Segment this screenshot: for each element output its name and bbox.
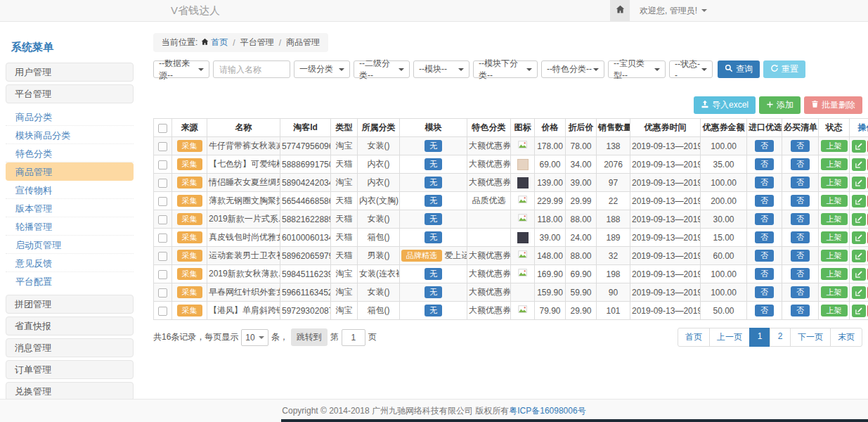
row-checkbox[interactable] bbox=[158, 252, 167, 261]
import-flag-button[interactable]: 否 bbox=[755, 158, 774, 170]
must-buy-flag-button[interactable]: 否 bbox=[791, 231, 810, 243]
row-checkbox[interactable] bbox=[158, 234, 167, 243]
import-excel-button[interactable]: 导入excel bbox=[694, 96, 756, 114]
row-checkbox[interactable] bbox=[158, 270, 167, 279]
per-page-select[interactable]: 10 bbox=[241, 329, 268, 346]
status-button[interactable]: 上架 bbox=[821, 158, 848, 170]
filter-select-level2-category[interactable]: --二级分类-- bbox=[354, 60, 410, 78]
pagination-prev-page[interactable]: 上一页 bbox=[709, 328, 750, 347]
pagination-next-page[interactable]: 下一页 bbox=[790, 328, 831, 347]
edit-button[interactable] bbox=[852, 140, 866, 153]
pagination-first-page[interactable]: 首页 bbox=[678, 328, 710, 347]
sidebar-item-splash-page-management[interactable]: 启动页管理 bbox=[6, 236, 134, 254]
cell-module: 无 bbox=[400, 192, 467, 210]
must-buy-flag-button[interactable]: 否 bbox=[791, 195, 810, 207]
filter-select-module-subcategory[interactable]: --模块下分类-- bbox=[473, 60, 538, 78]
pagination-last-page[interactable]: 末页 bbox=[830, 328, 862, 347]
must-buy-flag-button[interactable]: 否 bbox=[791, 268, 810, 280]
sidebar-item-goods-category[interactable]: 商品分类 bbox=[6, 108, 134, 126]
status-button[interactable]: 上架 bbox=[821, 286, 848, 298]
sidebar-item-feature-category[interactable]: 特色分类 bbox=[6, 144, 134, 162]
select-all-checkbox[interactable] bbox=[158, 124, 167, 133]
filter-select-value: --特色分类-- bbox=[547, 63, 592, 75]
import-flag-button[interactable]: 否 bbox=[755, 231, 774, 243]
sidebar-item-order-management[interactable]: 订单管理 bbox=[6, 360, 134, 379]
edit-button[interactable] bbox=[852, 250, 866, 262]
filter-select-level1-category[interactable]: 一级分类 bbox=[294, 60, 350, 78]
row-checkbox[interactable] bbox=[158, 288, 167, 298]
breadcrumb-item-platform[interactable]: 平台管理 bbox=[240, 37, 274, 49]
sidebar-item-message-management[interactable]: 消息管理 bbox=[6, 338, 134, 357]
must-buy-flag-button[interactable]: 否 bbox=[791, 305, 810, 316]
import-flag-button[interactable]: 否 bbox=[755, 195, 774, 207]
must-buy-flag-button[interactable]: 否 bbox=[791, 177, 810, 188]
import-flag-button[interactable]: 否 bbox=[755, 286, 774, 298]
sidebar-item-module-goods-category[interactable]: 模块商品分类 bbox=[6, 126, 134, 144]
edit-button[interactable] bbox=[852, 305, 866, 317]
add-button[interactable]: 添加 bbox=[759, 96, 801, 114]
batch-delete-button[interactable]: 批量删除 bbox=[804, 96, 862, 114]
status-button[interactable]: 上架 bbox=[821, 268, 848, 280]
import-flag-button[interactable]: 否 bbox=[755, 268, 774, 280]
search-button[interactable]: 查询 bbox=[718, 60, 760, 78]
jump-button[interactable]: 跳转到 bbox=[291, 328, 328, 346]
status-button[interactable]: 上架 bbox=[821, 231, 848, 243]
must-buy-flag-button[interactable]: 否 bbox=[791, 140, 810, 152]
row-checkbox[interactable] bbox=[158, 215, 167, 224]
status-button[interactable]: 上架 bbox=[821, 140, 848, 152]
pagination-page-1[interactable]: 1 bbox=[749, 328, 770, 347]
row-checkbox[interactable] bbox=[158, 142, 167, 151]
status-button[interactable]: 上架 bbox=[821, 177, 848, 188]
user-menu[interactable]: 欢迎您, 管理员! bbox=[630, 0, 717, 21]
row-checkbox[interactable] bbox=[158, 307, 167, 316]
sidebar-item-exchange-management[interactable]: 兑换管理 bbox=[6, 382, 134, 401]
sidebar-item-group-buy-management[interactable]: 拼团管理 bbox=[6, 295, 134, 314]
pagination-page-2[interactable]: 2 bbox=[770, 328, 791, 347]
import-flag-button[interactable]: 否 bbox=[755, 177, 774, 188]
reset-button[interactable]: 重置 bbox=[763, 60, 805, 78]
edit-button[interactable] bbox=[852, 158, 866, 171]
edit-button[interactable] bbox=[852, 213, 866, 226]
must-buy-flag-button[interactable]: 否 bbox=[791, 158, 810, 170]
sidebar-item-saving-bulletin[interactable]: 省直快报 bbox=[6, 316, 134, 335]
must-buy-flag-button[interactable]: 否 bbox=[791, 213, 810, 225]
cell-price: 139.00 bbox=[535, 174, 566, 192]
row-checkbox[interactable] bbox=[158, 197, 167, 206]
sidebar-item-version-management[interactable]: 版本管理 bbox=[6, 199, 134, 217]
breadcrumb-home-link[interactable]: 首页 bbox=[201, 37, 228, 49]
sidebar-item-platform-config[interactable]: 平台配置 bbox=[6, 272, 134, 290]
filter-input-name-search[interactable] bbox=[213, 60, 290, 78]
import-flag-button[interactable]: 否 bbox=[755, 305, 774, 316]
status-button[interactable]: 上架 bbox=[821, 305, 848, 316]
filter-select-item-type[interactable]: --宝贝类型-- bbox=[608, 60, 666, 78]
row-checkbox[interactable] bbox=[158, 160, 167, 170]
home-button[interactable] bbox=[610, 0, 630, 21]
edit-button[interactable] bbox=[852, 268, 866, 281]
status-button[interactable]: 上架 bbox=[821, 250, 848, 262]
edit-button[interactable] bbox=[852, 177, 866, 189]
status-button[interactable]: 上架 bbox=[821, 195, 848, 207]
filter-select-status[interactable]: --状态-- bbox=[669, 60, 713, 78]
sidebar-item-promo-materials[interactable]: 宣传物料 bbox=[6, 181, 134, 199]
filter-select-feature-category[interactable]: --特色分类-- bbox=[541, 60, 604, 78]
page-number-input[interactable] bbox=[342, 329, 365, 346]
import-flag-button[interactable]: 否 bbox=[755, 213, 774, 225]
import-flag-button[interactable]: 否 bbox=[755, 140, 774, 152]
filter-select-module[interactable]: --模块-- bbox=[413, 60, 469, 78]
import-flag-button[interactable]: 否 bbox=[755, 250, 774, 262]
edit-button[interactable] bbox=[852, 286, 866, 299]
sidebar-item-user-management[interactable]: 用户管理 bbox=[6, 63, 134, 82]
sidebar-item-goods-management[interactable]: 商品管理 bbox=[6, 162, 134, 181]
edit-button[interactable] bbox=[852, 231, 866, 244]
must-buy-flag-button[interactable]: 否 bbox=[791, 250, 810, 262]
sidebar-item-platform-management[interactable]: 平台管理 bbox=[6, 84, 134, 103]
row-checkbox[interactable] bbox=[158, 179, 167, 188]
icp-link[interactable]: 粤ICP备16098006号 bbox=[509, 405, 585, 417]
must-buy-flag-button[interactable]: 否 bbox=[791, 286, 810, 298]
breadcrumb-item-goods[interactable]: 商品管理 bbox=[286, 37, 320, 49]
sidebar-item-carousel-management[interactable]: 轮播管理 bbox=[6, 217, 134, 236]
status-button[interactable]: 上架 bbox=[821, 213, 848, 225]
filter-select-data-source[interactable]: --数据来源-- bbox=[153, 60, 209, 78]
sidebar-item-feedback[interactable]: 意见反馈 bbox=[6, 254, 134, 272]
edit-button[interactable] bbox=[852, 195, 866, 207]
